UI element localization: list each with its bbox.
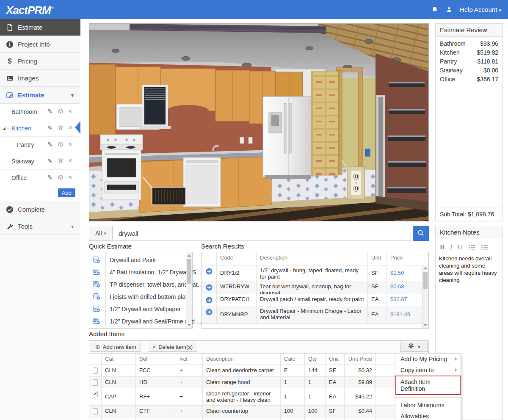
- sidebar-item-pricing[interactable]: $ Pricing: [0, 53, 80, 70]
- dollar-icon: $: [6, 58, 14, 65]
- row-checkbox[interactable]: [93, 368, 98, 374]
- item-calc: 1: [281, 388, 305, 405]
- quick-estimate-item[interactable]: 1/2" Drywall and Seal/Prime and ...: [89, 315, 187, 327]
- add-item-plus-icon[interactable]: [206, 268, 213, 275]
- item-unit: EA: [368, 306, 387, 323]
- underline-icon[interactable]: U: [458, 243, 463, 251]
- close-icon[interactable]: ×: [67, 124, 74, 131]
- menu-item-allowables[interactable]: Allowables: [395, 411, 461, 420]
- quick-estimate-item[interactable]: Drywall and Paint: [89, 254, 187, 266]
- sidebar-item-project-info[interactable]: Project Info: [0, 36, 80, 53]
- room-item-pantry[interactable]: Pantry ✎ ×: [0, 137, 80, 153]
- bold-icon[interactable]: B: [440, 243, 444, 251]
- menu-item-add-to-my-pricing[interactable]: Add to My Pricing: [395, 354, 461, 365]
- layers-icon[interactable]: [57, 158, 64, 165]
- delete-x-icon: ×: [152, 343, 156, 350]
- search-button[interactable]: [413, 226, 429, 241]
- quick-estimate-item[interactable]: TP dispenser, towel bars, and pat...: [89, 278, 187, 290]
- row-checkbox[interactable]: [93, 379, 98, 386]
- edit-pencil-icon[interactable]: ✎: [47, 141, 53, 148]
- scrollbar-thumb[interactable]: [187, 259, 191, 284]
- item-sel: HD: [136, 377, 176, 388]
- room-item-bathroom[interactable]: Bathroom ✎ ×: [0, 104, 80, 120]
- room-item-kitchen[interactable]: Kitchen ✎ ×: [0, 120, 80, 137]
- menu-item-copy-item-to[interactable]: Copy item to: [395, 365, 461, 376]
- room-tree: Bathroom ✎ × Kitchen ✎ × Pantry: [0, 104, 80, 201]
- scroll-up-icon[interactable]: [424, 267, 427, 269]
- quick-estimate-item[interactable]: 1/2" Drywall and Wallpaper: [89, 303, 187, 315]
- add-estimate-icon[interactable]: [93, 281, 100, 288]
- search-result-row[interactable]: DRYMNRP Drywall Repair - Minimum Charge …: [202, 306, 422, 324]
- sidebar-item-label: Estimate: [18, 24, 42, 31]
- edit-pencil-icon[interactable]: ✎: [47, 174, 53, 181]
- search-filter-select[interactable]: All ▾: [89, 226, 113, 241]
- close-icon[interactable]: ×: [67, 158, 74, 164]
- menu-item-attach-item-definition[interactable]: Attach Item Definition: [395, 376, 461, 395]
- add-estimate-icon[interactable]: [93, 268, 100, 276]
- layers-icon[interactable]: [57, 125, 64, 132]
- add-item-plus-icon[interactable]: [206, 284, 213, 291]
- edit-pencil-icon[interactable]: ✎: [47, 124, 53, 131]
- added-item-row[interactable]: CLN CTF + Clean countertop 100 100 SF $0…: [89, 406, 428, 417]
- sidebar-item-complete[interactable]: Complete: [0, 201, 80, 218]
- column-header: Price: [387, 252, 422, 265]
- search-result-row[interactable]: WTRDRYW Tear out wet drywall, cleanup, b…: [202, 281, 422, 294]
- expand-arrow-icon[interactable]: [3, 127, 6, 130]
- add-estimate-icon[interactable]: [93, 305, 100, 312]
- scroll-down-icon[interactable]: [188, 324, 191, 326]
- added-item-row[interactable]: CLN FCC + Clean and deodorize carpet F 1…: [89, 365, 428, 377]
- search-results-scrollbar[interactable]: [422, 265, 428, 328]
- submenu-arrow-icon: [455, 368, 457, 372]
- layers-icon[interactable]: [57, 174, 64, 181]
- sidebar-item-images[interactable]: Images: [0, 70, 80, 87]
- added-item-row[interactable]: CAP RF+ + Clean refrigerator - interior …: [89, 388, 428, 406]
- row-checkbox[interactable]: [93, 408, 98, 414]
- item-actions-menu-button[interactable]: ▾: [400, 342, 428, 352]
- stove: [100, 135, 143, 200]
- add-estimate-icon[interactable]: [93, 256, 100, 263]
- row-checkbox[interactable]: [93, 391, 98, 397]
- item-description: Clean and deodorize carpet: [203, 365, 281, 376]
- italic-icon[interactable]: I: [450, 243, 452, 251]
- edit-pencil-icon[interactable]: ✎: [47, 158, 53, 164]
- scrollbar-thumb[interactable]: [423, 272, 428, 289]
- sidebar-item-estimate[interactable]: Estimate: [0, 19, 80, 36]
- room-item-office[interactable]: Office ✎ ×: [0, 170, 80, 186]
- user-icon[interactable]: [445, 6, 453, 14]
- scroll-up-icon[interactable]: [188, 254, 191, 257]
- added-item-row[interactable]: CLN HD + Clean range hood 1 1 EA $9.89: [89, 377, 428, 388]
- added-item-row[interactable]: Clean refrigerator - interior and: [89, 417, 428, 420]
- search-input[interactable]: [113, 226, 411, 241]
- add-estimate-icon[interactable]: [93, 318, 100, 325]
- close-icon[interactable]: ×: [67, 141, 74, 148]
- close-icon[interactable]: ×: [67, 174, 74, 181]
- search-result-row[interactable]: DRYPATCH Drywall patch / small repair, r…: [202, 294, 422, 306]
- layers-icon[interactable]: [57, 141, 64, 148]
- add-room-button[interactable]: Add: [58, 188, 75, 197]
- help-account-menu[interactable]: Help Account ▾: [460, 6, 501, 13]
- add-new-item-button[interactable]: ⊕ Add new item: [91, 342, 141, 352]
- notes-text[interactable]: Kitchen needs overall cleaning and some …: [436, 254, 502, 286]
- gear-icon: [408, 343, 414, 351]
- review-room: Kitchen: [440, 48, 460, 57]
- add-item-plus-icon[interactable]: [206, 297, 213, 304]
- room-item-stairway[interactable]: Stairway ✎ ×: [0, 153, 80, 170]
- quick-estimate-item[interactable]: I joists with drilled bottom plate: [89, 290, 187, 303]
- menu-item-labor-minimums[interactable]: Labor Minimums: [395, 400, 461, 411]
- sidebar-item-tools[interactable]: Tools ▾: [0, 218, 80, 235]
- quick-estimate-item[interactable]: 4" Batt Insulation, 1/2" Drywall, S...: [89, 266, 187, 278]
- edit-pencil-icon[interactable]: ✎: [47, 108, 53, 115]
- ordered-list-icon[interactable]: [468, 244, 475, 250]
- quick-estimate-scrollbar[interactable]: [186, 252, 192, 328]
- close-icon[interactable]: ×: [67, 108, 74, 115]
- layers-icon[interactable]: [57, 108, 64, 115]
- topbar: XactPRM™ Help Account ▾: [0, 0, 508, 19]
- scroll-down-icon[interactable]: [424, 324, 427, 326]
- bell-icon[interactable]: [431, 6, 439, 14]
- bullet-list-icon[interactable]: [481, 244, 488, 250]
- add-item-plus-icon[interactable]: [206, 309, 213, 315]
- search-result-row[interactable]: DRY1/2 1/2" drywall - hung, taped, float…: [202, 265, 422, 282]
- add-estimate-icon[interactable]: [93, 293, 100, 300]
- sidebar-item-estimate-section[interactable]: Estimate ▾: [0, 87, 80, 104]
- delete-items-button[interactable]: × Delete item(s): [148, 342, 197, 352]
